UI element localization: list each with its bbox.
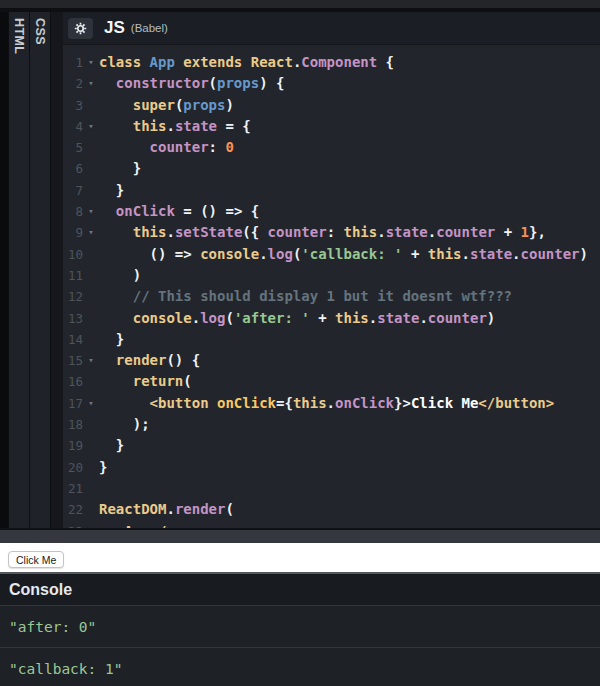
editor-workspace: HTML CSS JS (Ba [0,12,600,528]
code-line[interactable]: 9▾ this.setState({ counter: this.state.c… [63,222,600,243]
fold-spacer [83,457,99,478]
line-number: 11 [63,265,83,286]
code-line[interactable]: 2▾ constructor(props) { [63,73,600,94]
console-log-list: "after: 0""callback: 1" [0,605,600,686]
console-header: Console [0,574,600,605]
code-text: class App extends React.Component { [99,52,600,73]
code-line[interactable]: 19 } [63,435,600,456]
fold-spacer [83,499,99,520]
fold-spacer [83,478,99,499]
code-line[interactable]: 14 } [63,329,600,350]
code-text: <button onClick={this.onClick}>Click Me<… [99,393,600,414]
code-line[interactable]: 3 super(props) [63,95,600,116]
editor-preview-splitter[interactable] [0,528,600,543]
tab-css-panel[interactable]: CSS [29,12,50,528]
code-text: } [99,329,600,350]
code-line[interactable]: 5 counter: 0 [63,137,600,158]
tab-html-panel[interactable]: HTML [8,12,29,528]
line-number: 1 [63,52,83,73]
code-line[interactable]: 7 } [63,180,600,201]
code-text: return( [99,371,600,392]
line-number: 2 [63,73,83,94]
line-number: 7 [63,180,83,201]
code-line[interactable]: 15▾ render() { [63,350,600,371]
line-number: 21 [63,478,83,499]
line-number: 3 [63,95,83,116]
gear-icon [74,22,87,35]
fold-arrow-icon[interactable]: ▾ [83,201,99,222]
panel-resize-gutter[interactable] [50,12,63,528]
code-line[interactable]: 17▾ <button onClick={this.onClick}>Click… [63,393,600,414]
css-tab-label: CSS [33,12,47,45]
line-number: 14 [63,329,83,350]
code-line[interactable]: 20} [63,457,600,478]
code-line[interactable]: 21 [63,478,600,499]
js-settings-button[interactable] [68,18,93,39]
code-text: render() { [99,350,600,371]
line-number: 17 [63,393,83,414]
line-number: 6 [63,158,83,179]
code-text [99,478,600,499]
code-line[interactable]: 12 // This should display 1 but it doesn… [63,286,600,307]
fold-spacer [83,414,99,435]
code-text: } [99,158,600,179]
code-text: ); [99,414,600,435]
fold-spacer [83,244,99,265]
top-window-strip [0,0,600,12]
code-line[interactable]: 1▾class App extends React.Component { [63,52,600,73]
code-line[interactable]: 13 console.log('after: ' + this.state.co… [63,308,600,329]
fold-arrow-icon[interactable]: ▾ [83,350,99,371]
code-line[interactable]: 22ReactDOM.render( [63,499,600,520]
code-line[interactable]: 8▾ onClick = () => { [63,201,600,222]
code-text: () => console.log('callback: ' + this.st… [99,244,600,265]
fold-arrow-icon[interactable]: ▾ [83,73,99,94]
fold-arrow-icon[interactable]: ▾ [83,52,99,73]
window-left-edge [0,12,8,528]
code-line[interactable]: 18 ); [63,414,600,435]
code-text: console.log('after: ' + this.state.count… [99,308,600,329]
line-number: 15 [63,350,83,371]
js-panel-header: JS (Babel) [63,12,600,45]
fold-spacer [83,435,99,456]
code-line[interactable]: 6 } [63,158,600,179]
code-text: } [99,435,600,456]
fold-spacer [83,286,99,307]
preview-pane: Click Me [0,543,600,572]
fold-arrow-icon[interactable]: ▾ [83,393,99,414]
code-text: // This should display 1 but it doesnt w… [99,286,600,307]
js-panel-title: JS [104,18,125,38]
line-number: 18 [63,414,83,435]
code-line[interactable]: 4▾ this.state = { [63,116,600,137]
click-me-button[interactable]: Click Me [8,551,64,568]
line-number: 8 [63,201,83,222]
fold-arrow-icon[interactable]: ▾ [83,222,99,243]
fold-spacer [83,180,99,201]
code-text: this.setState({ counter: this.state.coun… [99,222,600,243]
code-text: constructor(props) { [99,73,600,94]
code-line[interactable]: 23 <App />, [63,521,600,528]
code-line[interactable]: 11 ) [63,265,600,286]
line-number: 23 [63,521,83,528]
code-text: onClick = () => { [99,201,600,222]
line-number: 10 [63,244,83,265]
line-number: 20 [63,457,83,478]
code-line[interactable]: 10 () => console.log('callback: ' + this… [63,244,600,265]
code-line[interactable]: 16 return( [63,371,600,392]
html-tab-label: HTML [12,12,26,54]
line-number: 5 [63,137,83,158]
code-text: ReactDOM.render( [99,499,600,520]
fold-spacer [83,265,99,286]
console-title: Console [9,581,72,599]
code-text: <App />, [99,521,600,528]
fold-arrow-icon[interactable]: ▾ [83,116,99,137]
code-text: this.state = { [99,116,600,137]
fold-spacer [83,137,99,158]
js-preprocessor-label: (Babel) [131,22,168,34]
line-number: 9 [63,222,83,243]
line-number: 22 [63,499,83,520]
fold-spacer [83,308,99,329]
code-text: } [99,457,600,478]
fold-spacer [83,329,99,350]
js-code-editor[interactable]: 1▾class App extends React.Component {2▾ … [63,45,600,528]
console-log-row: "after: 0" [0,605,600,647]
